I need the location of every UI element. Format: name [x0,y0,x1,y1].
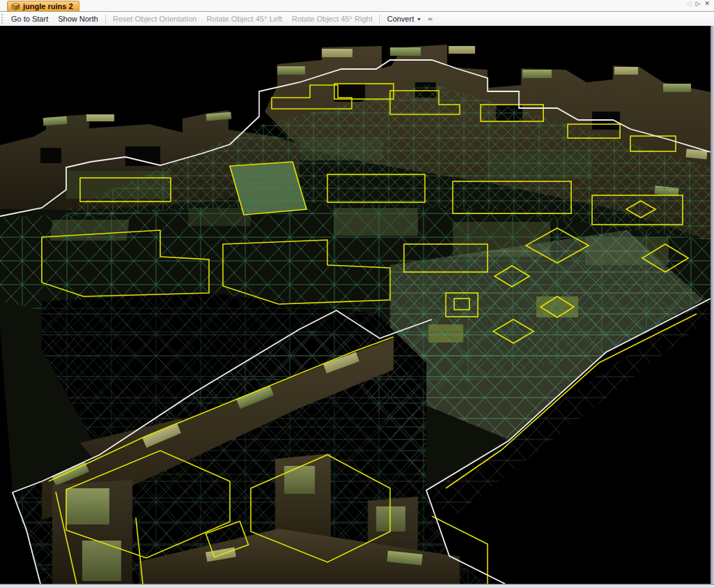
close-icon[interactable]: ✕ [704,1,710,7]
viewport-stage [0,26,714,584]
toolbar-separator [105,15,106,24]
box-3d-icon [11,2,20,10]
tab-jungle-ruins-2[interactable]: jungle ruins 2 [7,1,79,11]
rotate-object-45-right-button[interactable]: Rotate Object 45° Right [287,12,378,26]
rotate-object-45-left-button[interactable]: Rotate Object 45° Left [202,12,287,26]
navmesh-scene [0,26,711,584]
window-frame-bottom [0,584,714,588]
convert-label: Convert [387,15,414,23]
document-tab-bar: jungle ruins 2 ◁ ▷ ✕ [0,0,714,12]
window-frame-right [711,26,714,584]
tab-scroll-right-icon[interactable]: ▷ [696,1,701,7]
reset-object-orientation-button[interactable]: Reset Object Orientation [108,12,202,26]
chevron-down-icon: ▾ [418,16,420,22]
show-north-button[interactable]: Show North [53,12,102,26]
go-to-start-button[interactable]: Go to Start [6,12,53,26]
toolbar-grip[interactable] [1,14,5,24]
viewport-3d[interactable] [0,26,711,584]
main-toolbar: Go to Start Show North Reset Object Orie… [0,12,714,26]
tab-label: jungle ruins 2 [23,3,73,10]
convert-dropdown-button[interactable]: Convert ▾ [382,15,425,23]
tab-scroll-left-icon[interactable]: ◁ [687,1,692,7]
toolbar-separator [379,15,380,24]
tab-nav-controls: ◁ ▷ ✕ [687,1,710,7]
toolbar-overflow-button[interactable] [427,14,434,24]
app-window: jungle ruins 2 ◁ ▷ ✕ Go to Start Show No… [0,0,714,588]
